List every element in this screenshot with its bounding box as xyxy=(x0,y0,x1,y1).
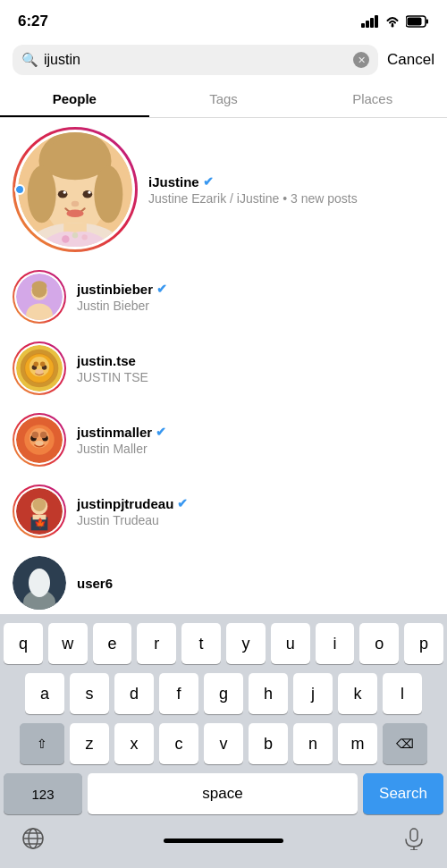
svg-point-45 xyxy=(32,432,38,438)
search-icon: 🔍 xyxy=(21,52,38,68)
battery-icon xyxy=(406,15,429,28)
key-numbers[interactable]: 123 xyxy=(4,773,82,814)
keyboard-row-3: ⇧ z x c v b n m ⌫ xyxy=(4,723,443,764)
avatar: 🍁 xyxy=(14,486,64,536)
key-k[interactable]: k xyxy=(338,673,377,714)
key-q[interactable]: q xyxy=(4,623,43,664)
svg-rect-7 xyxy=(408,18,422,26)
status-bar: 6:27 xyxy=(0,0,447,39)
keyboard-footer xyxy=(4,820,443,864)
key-shift[interactable]: ⇧ xyxy=(20,723,64,764)
key-a[interactable]: a xyxy=(25,673,64,714)
verified-badge: ✔ xyxy=(156,282,167,296)
key-u[interactable]: u xyxy=(271,623,310,664)
status-time: 6:27 xyxy=(18,13,48,30)
svg-point-4 xyxy=(392,25,394,28)
avatar-wrapper xyxy=(13,556,66,610)
globe-icon[interactable] xyxy=(21,827,45,850)
tab-people[interactable]: People xyxy=(0,80,149,117)
svg-point-16 xyxy=(58,190,68,198)
cancel-button[interactable]: Cancel xyxy=(387,51,434,69)
profile-info: justin.tse JUSTIN TSE xyxy=(77,353,434,384)
key-h[interactable]: h xyxy=(249,673,288,714)
key-backspace[interactable]: ⌫ xyxy=(383,723,427,764)
svg-point-19 xyxy=(88,191,90,194)
profile-list: iJustine ✔ Justine Ezarik / iJustine • 3… xyxy=(0,118,447,619)
svg-point-21 xyxy=(72,201,80,206)
profile-display-name: JUSTIN TSE xyxy=(77,370,434,384)
key-c[interactable]: c xyxy=(159,723,198,764)
key-m[interactable]: m xyxy=(338,723,377,764)
key-b[interactable]: b xyxy=(249,723,288,764)
svg-text:🍁: 🍁 xyxy=(34,517,46,529)
svg-point-20 xyxy=(66,209,83,217)
microphone-icon[interactable] xyxy=(402,827,426,850)
svg-point-52 xyxy=(33,498,46,511)
svg-rect-1 xyxy=(366,21,369,28)
avatar-ring: 🍁 xyxy=(13,485,66,538)
key-l[interactable]: l xyxy=(383,673,422,714)
svg-point-44 xyxy=(35,441,43,446)
list-item[interactable]: justinmaller ✔ Justin Maller xyxy=(0,404,447,476)
svg-point-22 xyxy=(62,235,70,243)
key-f[interactable]: f xyxy=(159,673,198,714)
search-input-wrapper[interactable]: 🔍 ijustin ✕ xyxy=(13,45,378,75)
profile-display-name: Justin Bieber xyxy=(77,299,434,313)
profile-display-name: Justin Trudeau xyxy=(77,513,434,527)
key-o[interactable]: o xyxy=(359,623,399,664)
key-r[interactable]: r xyxy=(137,623,176,664)
key-y[interactable]: y xyxy=(226,623,266,664)
list-item[interactable]: justinbieber ✔ Justin Bieber xyxy=(0,261,447,333)
key-w[interactable]: w xyxy=(48,623,88,664)
svg-rect-3 xyxy=(375,15,378,28)
avatar xyxy=(14,343,64,393)
key-e[interactable]: e xyxy=(93,623,132,664)
search-input[interactable]: ijustin xyxy=(44,52,348,68)
key-g[interactable]: g xyxy=(204,673,243,714)
keyboard-row-1: q w e r t y u i o p xyxy=(4,623,443,664)
key-p[interactable]: p xyxy=(404,623,443,664)
key-v[interactable]: v xyxy=(204,723,243,764)
key-i[interactable]: i xyxy=(316,623,355,664)
key-x[interactable]: x xyxy=(114,723,154,764)
tab-tags[interactable]: Tags xyxy=(149,80,299,117)
list-item[interactable]: justin.tse JUSTIN TSE xyxy=(0,333,447,404)
svg-point-57 xyxy=(29,569,50,597)
profile-display-name: Justin Maller xyxy=(77,442,434,456)
profile-info: iJustine ✔ Justine Ezarik / iJustine • 3… xyxy=(148,174,434,206)
list-item[interactable]: 🍁 justinpjtrudeau ✔ Justin Trudeau xyxy=(0,476,447,547)
status-icons xyxy=(361,15,429,28)
svg-point-12 xyxy=(28,165,56,223)
svg-rect-2 xyxy=(370,18,374,28)
key-n[interactable]: n xyxy=(293,723,333,764)
avatar xyxy=(14,272,64,322)
list-item[interactable]: user6 xyxy=(0,547,447,619)
avatar-ring xyxy=(13,413,66,467)
tabs-container: People Tags Places xyxy=(0,80,447,118)
key-d[interactable]: d xyxy=(114,673,154,714)
avatar xyxy=(14,415,64,465)
svg-rect-0 xyxy=(361,23,365,28)
key-space[interactable]: space xyxy=(88,773,358,814)
key-z[interactable]: z xyxy=(70,723,109,764)
profile-subtext: Justine Ezarik / iJustine • 3 new posts xyxy=(148,191,434,206)
key-s[interactable]: s xyxy=(70,673,109,714)
key-search[interactable]: Search xyxy=(363,773,443,814)
tab-places[interactable]: Places xyxy=(298,80,447,117)
list-item[interactable]: iJustine ✔ Justine Ezarik / iJustine • 3… xyxy=(0,118,447,261)
wifi-icon xyxy=(384,15,401,28)
svg-point-37 xyxy=(34,362,39,367)
svg-point-13 xyxy=(94,165,122,223)
key-j[interactable]: j xyxy=(293,673,333,714)
verified-badge: ✔ xyxy=(156,425,166,439)
new-posts-dot xyxy=(14,184,25,195)
profile-username: justinbieber ✔ xyxy=(77,282,434,297)
svg-point-17 xyxy=(83,190,93,198)
profile-username: justinpjtrudeau ✔ xyxy=(77,496,434,511)
svg-point-29 xyxy=(32,281,47,291)
home-indicator xyxy=(164,839,283,843)
key-t[interactable]: t xyxy=(181,623,221,664)
profile-username: iJustine ✔ xyxy=(148,174,434,190)
clear-button[interactable]: ✕ xyxy=(353,52,369,68)
svg-point-46 xyxy=(40,432,46,438)
